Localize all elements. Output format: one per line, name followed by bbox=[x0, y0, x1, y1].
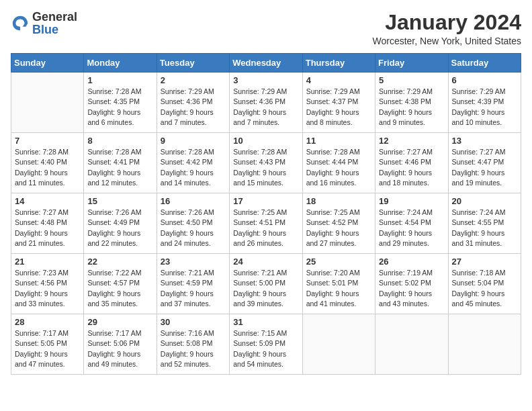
calendar-cell: 4Sunrise: 7:29 AMSunset: 4:37 PMDaylight… bbox=[302, 73, 375, 133]
month-title: January 2024 bbox=[372, 11, 521, 34]
day-info: Sunrise: 7:17 AMSunset: 5:05 PMDaylight:… bbox=[15, 328, 80, 369]
calendar-cell: 19Sunrise: 7:24 AMSunset: 4:54 PMDayligh… bbox=[375, 193, 448, 254]
day-number: 20 bbox=[452, 196, 517, 206]
day-number: 24 bbox=[233, 257, 298, 267]
calendar-cell: 16Sunrise: 7:26 AMSunset: 4:50 PMDayligh… bbox=[157, 193, 229, 254]
calendar-week-1: 1Sunrise: 7:28 AMSunset: 4:35 PMDaylight… bbox=[11, 73, 521, 133]
day-info: Sunrise: 7:29 AMSunset: 4:37 PMDaylight:… bbox=[306, 87, 371, 128]
calendar-header-friday: Friday bbox=[375, 54, 448, 73]
day-info: Sunrise: 7:17 AMSunset: 5:06 PMDaylight:… bbox=[87, 328, 152, 369]
logo: General Blue bbox=[11, 11, 77, 36]
calendar-cell bbox=[375, 314, 448, 375]
calendar-cell: 30Sunrise: 7:16 AMSunset: 5:08 PMDayligh… bbox=[157, 314, 229, 375]
logo-general: General bbox=[32, 10, 77, 24]
day-number: 7 bbox=[15, 136, 80, 146]
day-info: Sunrise: 7:24 AMSunset: 4:54 PMDaylight:… bbox=[379, 208, 444, 248]
day-number: 13 bbox=[452, 136, 517, 146]
day-number: 12 bbox=[379, 136, 444, 146]
day-number: 22 bbox=[87, 257, 152, 267]
day-number: 16 bbox=[161, 196, 226, 206]
day-number: 1 bbox=[87, 75, 152, 85]
day-number: 10 bbox=[233, 136, 298, 146]
day-info: Sunrise: 7:21 AMSunset: 5:00 PMDaylight:… bbox=[233, 268, 298, 309]
day-number: 31 bbox=[233, 317, 298, 327]
calendar-cell: 23Sunrise: 7:21 AMSunset: 4:59 PMDayligh… bbox=[157, 254, 229, 314]
day-number: 5 bbox=[379, 75, 444, 85]
calendar-cell: 2Sunrise: 7:29 AMSunset: 4:36 PMDaylight… bbox=[157, 73, 229, 133]
calendar-cell: 9Sunrise: 7:28 AMSunset: 4:42 PMDaylight… bbox=[157, 133, 229, 193]
day-info: Sunrise: 7:22 AMSunset: 4:57 PMDaylight:… bbox=[87, 268, 152, 309]
day-info: Sunrise: 7:20 AMSunset: 5:01 PMDaylight:… bbox=[306, 268, 371, 309]
day-info: Sunrise: 7:28 AMSunset: 4:44 PMDaylight:… bbox=[306, 147, 371, 188]
day-info: Sunrise: 7:15 AMSunset: 5:09 PMDaylight:… bbox=[233, 328, 298, 369]
day-number: 17 bbox=[233, 196, 298, 206]
calendar-cell bbox=[11, 73, 84, 133]
calendar-cell: 17Sunrise: 7:25 AMSunset: 4:51 PMDayligh… bbox=[230, 193, 302, 254]
day-number: 23 bbox=[161, 257, 226, 267]
day-number: 4 bbox=[306, 75, 371, 85]
day-number: 27 bbox=[452, 257, 517, 267]
day-number: 14 bbox=[15, 196, 80, 206]
day-info: Sunrise: 7:25 AMSunset: 4:52 PMDaylight:… bbox=[306, 208, 371, 248]
header: General Blue January 2024 Worcester, New… bbox=[11, 11, 521, 46]
day-number: 30 bbox=[161, 317, 226, 327]
day-info: Sunrise: 7:18 AMSunset: 5:04 PMDaylight:… bbox=[452, 268, 517, 309]
calendar-cell: 8Sunrise: 7:28 AMSunset: 4:41 PMDaylight… bbox=[84, 133, 157, 193]
day-info: Sunrise: 7:21 AMSunset: 4:59 PMDaylight:… bbox=[161, 268, 226, 309]
day-number: 3 bbox=[233, 75, 298, 85]
calendar-header-sunday: Sunday bbox=[11, 54, 84, 73]
calendar-cell: 20Sunrise: 7:24 AMSunset: 4:55 PMDayligh… bbox=[448, 193, 521, 254]
day-info: Sunrise: 7:19 AMSunset: 5:02 PMDaylight:… bbox=[379, 268, 444, 309]
calendar-cell: 22Sunrise: 7:22 AMSunset: 4:57 PMDayligh… bbox=[84, 254, 157, 314]
day-info: Sunrise: 7:26 AMSunset: 4:50 PMDaylight:… bbox=[161, 208, 226, 248]
calendar-cell: 15Sunrise: 7:26 AMSunset: 4:49 PMDayligh… bbox=[84, 193, 157, 254]
day-info: Sunrise: 7:25 AMSunset: 4:51 PMDaylight:… bbox=[233, 208, 298, 248]
day-info: Sunrise: 7:28 AMSunset: 4:43 PMDaylight:… bbox=[233, 147, 298, 188]
calendar-cell: 29Sunrise: 7:17 AMSunset: 5:06 PMDayligh… bbox=[84, 314, 157, 375]
calendar-cell: 5Sunrise: 7:29 AMSunset: 4:38 PMDaylight… bbox=[375, 73, 448, 133]
logo-text: General Blue bbox=[32, 11, 77, 36]
day-info: Sunrise: 7:28 AMSunset: 4:35 PMDaylight:… bbox=[87, 87, 152, 128]
calendar-cell: 1Sunrise: 7:28 AMSunset: 4:35 PMDaylight… bbox=[84, 73, 157, 133]
calendar-cell: 21Sunrise: 7:23 AMSunset: 4:56 PMDayligh… bbox=[11, 254, 84, 314]
calendar-week-3: 14Sunrise: 7:27 AMSunset: 4:48 PMDayligh… bbox=[11, 193, 521, 254]
svg-marker-0 bbox=[23, 24, 28, 27]
logo-icon bbox=[11, 14, 30, 33]
day-info: Sunrise: 7:23 AMSunset: 4:56 PMDaylight:… bbox=[15, 268, 80, 309]
calendar-cell: 7Sunrise: 7:28 AMSunset: 4:40 PMDaylight… bbox=[11, 133, 84, 193]
day-number: 28 bbox=[15, 317, 80, 327]
calendar-cell bbox=[302, 314, 375, 375]
day-info: Sunrise: 7:27 AMSunset: 4:46 PMDaylight:… bbox=[379, 147, 444, 188]
calendar-header-monday: Monday bbox=[84, 54, 157, 73]
day-number: 9 bbox=[161, 136, 226, 146]
day-info: Sunrise: 7:27 AMSunset: 4:47 PMDaylight:… bbox=[452, 147, 517, 188]
day-number: 26 bbox=[379, 257, 444, 267]
day-info: Sunrise: 7:28 AMSunset: 4:40 PMDaylight:… bbox=[15, 147, 80, 188]
day-number: 29 bbox=[87, 317, 152, 327]
calendar-header-saturday: Saturday bbox=[448, 54, 521, 73]
calendar: SundayMondayTuesdayWednesdayThursdayFrid… bbox=[11, 53, 521, 375]
logo-blue: Blue bbox=[32, 23, 58, 36]
calendar-week-4: 21Sunrise: 7:23 AMSunset: 4:56 PMDayligh… bbox=[11, 254, 521, 314]
day-info: Sunrise: 7:29 AMSunset: 4:39 PMDaylight:… bbox=[452, 87, 517, 128]
day-info: Sunrise: 7:27 AMSunset: 4:48 PMDaylight:… bbox=[15, 208, 80, 248]
day-number: 8 bbox=[87, 136, 152, 146]
day-info: Sunrise: 7:16 AMSunset: 5:08 PMDaylight:… bbox=[161, 328, 226, 369]
day-info: Sunrise: 7:29 AMSunset: 4:38 PMDaylight:… bbox=[379, 87, 444, 128]
calendar-header-row: SundayMondayTuesdayWednesdayThursdayFrid… bbox=[11, 54, 521, 73]
calendar-week-5: 28Sunrise: 7:17 AMSunset: 5:05 PMDayligh… bbox=[11, 314, 521, 375]
day-info: Sunrise: 7:28 AMSunset: 4:41 PMDaylight:… bbox=[87, 147, 152, 188]
location-title: Worcester, New York, United States bbox=[372, 36, 521, 46]
calendar-header-tuesday: Tuesday bbox=[157, 54, 229, 73]
calendar-cell: 31Sunrise: 7:15 AMSunset: 5:09 PMDayligh… bbox=[230, 314, 302, 375]
day-info: Sunrise: 7:29 AMSunset: 4:36 PMDaylight:… bbox=[161, 87, 226, 128]
calendar-week-2: 7Sunrise: 7:28 AMSunset: 4:40 PMDaylight… bbox=[11, 133, 521, 193]
day-info: Sunrise: 7:28 AMSunset: 4:42 PMDaylight:… bbox=[161, 147, 226, 188]
day-number: 21 bbox=[15, 257, 80, 267]
calendar-cell: 25Sunrise: 7:20 AMSunset: 5:01 PMDayligh… bbox=[302, 254, 375, 314]
day-number: 11 bbox=[306, 136, 371, 146]
calendar-cell: 28Sunrise: 7:17 AMSunset: 5:05 PMDayligh… bbox=[11, 314, 84, 375]
day-number: 19 bbox=[379, 196, 444, 206]
calendar-cell: 13Sunrise: 7:27 AMSunset: 4:47 PMDayligh… bbox=[448, 133, 521, 193]
calendar-header-thursday: Thursday bbox=[302, 54, 375, 73]
